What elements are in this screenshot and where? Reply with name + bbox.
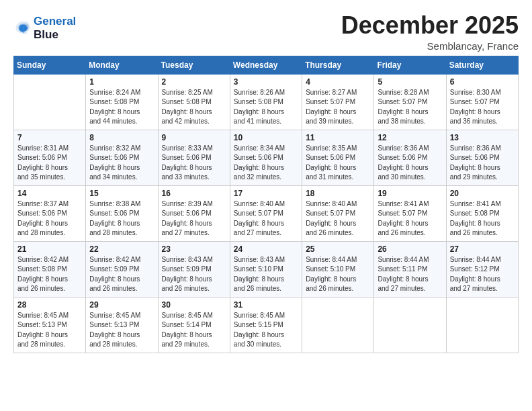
day-number: 26 <box>378 244 442 254</box>
day-number: 30 <box>162 300 226 310</box>
calendar-cell: 10Sunrise: 8:34 AM Sunset: 5:06 PM Dayli… <box>230 130 302 185</box>
day-number: 1 <box>89 77 154 87</box>
day-number: 27 <box>450 244 515 254</box>
header-row-days: Sunday Monday Tuesday Wednesday Thursday… <box>14 56 519 74</box>
calendar-cell: 2Sunrise: 8:25 AM Sunset: 5:08 PM Daylig… <box>158 74 230 130</box>
calendar-cell: 22Sunrise: 8:42 AM Sunset: 5:09 PM Dayli… <box>86 241 158 297</box>
logo-text: General Blue <box>34 15 76 41</box>
calendar-cell: 7Sunrise: 8:31 AM Sunset: 5:06 PM Daylig… <box>14 130 86 185</box>
day-detail: Sunrise: 8:43 AM Sunset: 5:09 PM Dayligh… <box>162 255 226 294</box>
col-saturday: Saturday <box>446 56 518 74</box>
day-detail: Sunrise: 8:42 AM Sunset: 5:08 PM Dayligh… <box>17 255 82 294</box>
day-number: 28 <box>17 300 82 310</box>
day-detail: Sunrise: 8:31 AM Sunset: 5:06 PM Dayligh… <box>17 144 82 183</box>
day-detail: Sunrise: 8:35 AM Sunset: 5:06 PM Dayligh… <box>306 144 370 183</box>
day-detail: Sunrise: 8:25 AM Sunset: 5:08 PM Dayligh… <box>162 88 226 127</box>
day-detail: Sunrise: 8:42 AM Sunset: 5:09 PM Dayligh… <box>89 255 154 294</box>
day-detail: Sunrise: 8:39 AM Sunset: 5:06 PM Dayligh… <box>162 199 226 238</box>
calendar-week-5: 28Sunrise: 8:45 AM Sunset: 5:13 PM Dayli… <box>14 297 519 353</box>
day-detail: Sunrise: 8:38 AM Sunset: 5:06 PM Dayligh… <box>89 199 154 238</box>
day-detail: Sunrise: 8:34 AM Sunset: 5:06 PM Dayligh… <box>234 144 298 183</box>
calendar-cell: 12Sunrise: 8:36 AM Sunset: 5:06 PM Dayli… <box>374 130 446 185</box>
calendar-cell: 19Sunrise: 8:41 AM Sunset: 5:07 PM Dayli… <box>374 185 446 241</box>
day-detail: Sunrise: 8:36 AM Sunset: 5:06 PM Dayligh… <box>450 144 515 183</box>
day-number: 16 <box>162 189 226 198</box>
calendar-week-1: 1Sunrise: 8:24 AM Sunset: 5:08 PM Daylig… <box>14 74 519 130</box>
day-detail: Sunrise: 8:27 AM Sunset: 5:07 PM Dayligh… <box>306 88 370 127</box>
day-number: 14 <box>17 189 82 198</box>
calendar-cell: 1Sunrise: 8:24 AM Sunset: 5:08 PM Daylig… <box>86 74 158 130</box>
day-detail: Sunrise: 8:44 AM Sunset: 5:10 PM Dayligh… <box>306 255 370 294</box>
col-thursday: Thursday <box>302 56 374 74</box>
day-number: 22 <box>89 244 154 254</box>
calendar-cell <box>302 297 374 353</box>
calendar-cell: 28Sunrise: 8:45 AM Sunset: 5:13 PM Dayli… <box>14 297 86 353</box>
day-number: 29 <box>89 300 154 310</box>
day-number: 13 <box>450 133 515 142</box>
day-detail: Sunrise: 8:37 AM Sunset: 5:06 PM Dayligh… <box>17 199 82 238</box>
calendar-cell: 4Sunrise: 8:27 AM Sunset: 5:07 PM Daylig… <box>302 74 374 130</box>
day-detail: Sunrise: 8:40 AM Sunset: 5:07 PM Dayligh… <box>306 199 370 238</box>
col-tuesday: Tuesday <box>158 56 230 74</box>
day-number: 8 <box>89 133 154 142</box>
day-number: 7 <box>17 133 82 142</box>
day-number: 25 <box>306 244 370 254</box>
calendar-cell: 17Sunrise: 8:40 AM Sunset: 5:07 PM Dayli… <box>230 185 302 241</box>
calendar-cell: 9Sunrise: 8:33 AM Sunset: 5:06 PM Daylig… <box>158 130 230 185</box>
calendar-cell: 14Sunrise: 8:37 AM Sunset: 5:06 PM Dayli… <box>14 185 86 241</box>
calendar-cell: 25Sunrise: 8:44 AM Sunset: 5:10 PM Dayli… <box>302 241 374 297</box>
calendar-cell: 6Sunrise: 8:30 AM Sunset: 5:07 PM Daylig… <box>446 74 518 130</box>
calendar-cell: 13Sunrise: 8:36 AM Sunset: 5:06 PM Dayli… <box>446 130 518 185</box>
calendar-cell <box>446 297 518 353</box>
day-number: 6 <box>450 77 515 87</box>
day-number: 15 <box>89 189 154 198</box>
calendar-cell: 3Sunrise: 8:26 AM Sunset: 5:08 PM Daylig… <box>230 74 302 130</box>
day-detail: Sunrise: 8:43 AM Sunset: 5:10 PM Dayligh… <box>234 255 298 294</box>
day-number: 10 <box>234 133 298 142</box>
page-container: General Blue December 2025 Semblancay, F… <box>0 0 532 360</box>
calendar-cell: 20Sunrise: 8:41 AM Sunset: 5:08 PM Dayli… <box>446 185 518 241</box>
day-detail: Sunrise: 8:32 AM Sunset: 5:06 PM Dayligh… <box>89 144 154 183</box>
calendar-cell: 18Sunrise: 8:40 AM Sunset: 5:07 PM Dayli… <box>302 185 374 241</box>
calendar-week-2: 7Sunrise: 8:31 AM Sunset: 5:06 PM Daylig… <box>14 130 519 185</box>
day-detail: Sunrise: 8:28 AM Sunset: 5:07 PM Dayligh… <box>378 88 442 127</box>
day-number: 9 <box>162 133 226 142</box>
calendar-cell <box>374 297 446 353</box>
day-number: 17 <box>234 189 298 198</box>
calendar-cell: 31Sunrise: 8:45 AM Sunset: 5:15 PM Dayli… <box>230 297 302 353</box>
day-detail: Sunrise: 8:45 AM Sunset: 5:14 PM Dayligh… <box>162 311 226 350</box>
month-title: December 2025 <box>341 12 519 39</box>
day-number: 23 <box>162 244 226 254</box>
calendar-cell: 11Sunrise: 8:35 AM Sunset: 5:06 PM Dayli… <box>302 130 374 185</box>
calendar-cell: 24Sunrise: 8:43 AM Sunset: 5:10 PM Dayli… <box>230 241 302 297</box>
day-number: 20 <box>450 189 515 198</box>
day-detail: Sunrise: 8:40 AM Sunset: 5:07 PM Dayligh… <box>234 199 298 238</box>
day-number: 5 <box>378 77 442 87</box>
day-number: 12 <box>378 133 442 142</box>
day-number: 2 <box>162 77 226 87</box>
day-detail: Sunrise: 8:33 AM Sunset: 5:06 PM Dayligh… <box>162 144 226 183</box>
calendar-table: Sunday Monday Tuesday Wednesday Thursday… <box>13 56 519 353</box>
calendar-cell: 5Sunrise: 8:28 AM Sunset: 5:07 PM Daylig… <box>374 74 446 130</box>
calendar-cell: 29Sunrise: 8:45 AM Sunset: 5:13 PM Dayli… <box>86 297 158 353</box>
day-detail: Sunrise: 8:44 AM Sunset: 5:11 PM Dayligh… <box>378 255 442 294</box>
col-sunday: Sunday <box>14 56 86 74</box>
day-detail: Sunrise: 8:30 AM Sunset: 5:07 PM Dayligh… <box>450 88 515 127</box>
day-number: 31 <box>234 300 298 310</box>
logo: General Blue <box>13 15 76 41</box>
col-friday: Friday <box>374 56 446 74</box>
day-detail: Sunrise: 8:44 AM Sunset: 5:12 PM Dayligh… <box>450 255 515 294</box>
day-detail: Sunrise: 8:36 AM Sunset: 5:06 PM Dayligh… <box>378 144 442 183</box>
calendar-cell: 27Sunrise: 8:44 AM Sunset: 5:12 PM Dayli… <box>446 241 518 297</box>
logo-icon <box>13 19 32 38</box>
calendar-cell: 23Sunrise: 8:43 AM Sunset: 5:09 PM Dayli… <box>158 241 230 297</box>
day-detail: Sunrise: 8:45 AM Sunset: 5:13 PM Dayligh… <box>89 311 154 350</box>
day-detail: Sunrise: 8:26 AM Sunset: 5:08 PM Dayligh… <box>234 88 298 127</box>
day-number: 24 <box>234 244 298 254</box>
day-detail: Sunrise: 8:41 AM Sunset: 5:07 PM Dayligh… <box>378 199 442 238</box>
calendar-cell: 15Sunrise: 8:38 AM Sunset: 5:06 PM Dayli… <box>86 185 158 241</box>
calendar-cell: 8Sunrise: 8:32 AM Sunset: 5:06 PM Daylig… <box>86 130 158 185</box>
day-number: 18 <box>306 189 370 198</box>
day-detail: Sunrise: 8:45 AM Sunset: 5:15 PM Dayligh… <box>234 311 298 350</box>
calendar-cell: 30Sunrise: 8:45 AM Sunset: 5:14 PM Dayli… <box>158 297 230 353</box>
